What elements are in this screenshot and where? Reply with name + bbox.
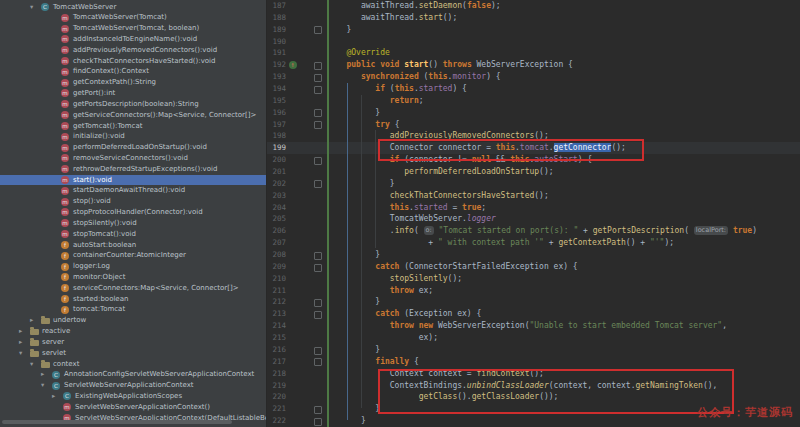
horizontal-scrollbar-thumb[interactable] <box>2 420 232 424</box>
line-number[interactable]: 214 <box>267 320 286 332</box>
structure-item[interactable]: mfindContext():Context <box>0 66 266 77</box>
structure-item[interactable]: mTomcatWebServer(Tomcat) <box>0 12 266 23</box>
line-number[interactable]: 216 <box>267 344 286 356</box>
fold-marker-icon[interactable] <box>314 74 322 82</box>
line-number[interactable]: 205 <box>267 213 286 225</box>
fold-marker-icon[interactable] <box>314 418 322 426</box>
line-number[interactable]: 187 <box>267 0 286 12</box>
structure-item[interactable]: mrethrowDeferredStartupExceptions():void <box>0 164 266 175</box>
line-number[interactable]: 195 <box>267 95 286 107</box>
structure-item[interactable]: maddPreviouslyRemovedConnectors():void <box>0 45 266 56</box>
line-number[interactable]: 203 <box>267 190 286 202</box>
structure-item[interactable]: mcheckThatConnectorsHaveStarted():void <box>0 56 266 67</box>
line-number[interactable]: 196 <box>267 107 286 119</box>
line-number[interactable]: 193 <box>267 71 286 83</box>
chevron-right-icon[interactable]: ▸ <box>52 391 55 402</box>
line-number[interactable]: 217 <box>267 356 286 368</box>
fold-marker-icon[interactable] <box>314 299 322 307</box>
structure-item[interactable]: fstarted:boolean <box>0 294 266 305</box>
fold-marker-icon[interactable] <box>314 358 322 366</box>
structure-item[interactable]: mServletWebServerApplicationContext() <box>0 402 266 413</box>
chevron-right-icon[interactable]: ▸ <box>41 369 44 380</box>
structure-item[interactable]: ▸reactive <box>0 326 266 337</box>
structure-item[interactable]: mstopSilently():void <box>0 218 266 229</box>
structure-item[interactable]: maddInstanceIdToEngineName():void <box>0 34 266 45</box>
line-number[interactable]: 218 <box>267 368 286 380</box>
code-line[interactable]: 190 <box>267 36 800 48</box>
code-line[interactable]: 187 awaitThread.setDaemon(false); <box>267 0 800 12</box>
chevron-right-icon[interactable]: ▸ <box>30 315 33 326</box>
code-line[interactable]: 189 } <box>267 24 800 36</box>
fold-marker-icon[interactable] <box>314 252 322 260</box>
chevron-right-icon[interactable]: ▸ <box>19 326 22 337</box>
line-number[interactable]: 189 <box>267 24 286 36</box>
line-number[interactable]: 197 <box>267 119 286 131</box>
line-number[interactable]: 199 <box>267 142 286 154</box>
structure-item[interactable]: ▸undertow <box>0 315 266 326</box>
code-line[interactable]: 191 @Override <box>267 47 800 59</box>
fold-marker-icon[interactable] <box>314 62 322 70</box>
structure-item[interactable]: fautoStart:boolean <box>0 240 266 251</box>
structure-item[interactable]: mgetPortsDescription(boolean):String <box>0 99 266 110</box>
line-number[interactable]: 202 <box>267 178 286 190</box>
chevron-down-icon[interactable]: ▾ <box>19 348 22 359</box>
line-number[interactable]: 215 <box>267 332 286 344</box>
line-number[interactable]: 220 <box>267 391 286 403</box>
structure-item[interactable]: mgetPort():int <box>0 88 266 99</box>
line-number[interactable]: 191 <box>267 47 286 59</box>
structure-item[interactable]: mgetServiceConnectors():Map<Service, Con… <box>0 110 266 121</box>
line-number[interactable]: 206 <box>267 225 286 237</box>
structure-item[interactable]: mstartDaemonAwaitThread():void <box>0 185 266 196</box>
fold-marker-icon[interactable] <box>314 311 322 319</box>
fold-marker-icon[interactable] <box>314 347 322 355</box>
structure-item[interactable]: ▾context <box>0 359 266 370</box>
structure-item[interactable]: ▾CServletWebServerApplicationContext <box>0 380 266 391</box>
structure-item[interactable]: ▸server <box>0 337 266 348</box>
structure-item[interactable]: ▸CExistingWebApplicationScopes <box>0 391 266 402</box>
line-number[interactable]: 213 <box>267 308 286 320</box>
code-line[interactable]: 192 public void start() throws WebServer… <box>267 59 800 71</box>
line-number[interactable]: 194 <box>267 83 286 95</box>
override-marker-icon[interactable] <box>289 61 297 69</box>
chevron-down-icon[interactable]: ▾ <box>30 359 33 370</box>
line-number[interactable]: 200 <box>267 154 286 166</box>
line-number[interactable]: 210 <box>267 273 286 285</box>
fold-marker-icon[interactable] <box>314 180 322 188</box>
structure-item[interactable]: fmonitor:Object <box>0 272 266 283</box>
structure-item[interactable]: mperformDeferredLoadOnStartup():void <box>0 142 266 153</box>
fold-marker-icon[interactable] <box>314 157 322 165</box>
structure-item[interactable]: mstopTomcat():void <box>0 229 266 240</box>
fold-marker-icon[interactable] <box>314 406 322 414</box>
fold-marker-icon[interactable] <box>314 264 322 272</box>
line-number[interactable]: 219 <box>267 380 286 392</box>
structure-item[interactable]: minitialize():void <box>0 131 266 142</box>
structure-item[interactable]: fcontainerCounter:AtomicInteger <box>0 250 266 261</box>
line-number[interactable]: 188 <box>267 12 286 24</box>
structure-item[interactable]: mremoveServiceConnectors():void <box>0 153 266 164</box>
fold-marker-icon[interactable] <box>314 86 322 94</box>
chevron-down-icon[interactable]: ▾ <box>30 2 33 13</box>
structure-item[interactable]: ftomcat:Tomcat <box>0 304 266 315</box>
fold-marker-icon[interactable] <box>314 121 322 129</box>
structure-item[interactable]: mgetTomcat():Tomcat <box>0 121 266 132</box>
chevron-right-icon[interactable]: ▸ <box>19 337 22 348</box>
structure-item[interactable]: mgetContextPath():String <box>0 77 266 88</box>
structure-item[interactable]: mstopProtocolHandler(Connector):void <box>0 207 266 218</box>
line-number[interactable]: 222 <box>267 415 286 427</box>
line-number[interactable]: 209 <box>267 261 286 273</box>
structure-item[interactable]: ▾CTomcatWebServer <box>0 2 266 13</box>
line-number[interactable]: 192 <box>267 59 286 71</box>
structure-item[interactable]: mstop():void <box>0 196 266 207</box>
line-number[interactable]: 221 <box>267 403 286 415</box>
structure-item[interactable]: ▾servlet <box>0 348 266 359</box>
code-line[interactable]: 188 awaitThread.start(); <box>267 12 800 24</box>
line-number[interactable]: 207 <box>267 237 286 249</box>
code-line[interactable]: 193 synchronized (this.monitor) { <box>267 71 800 83</box>
line-number[interactable]: 198 <box>267 130 286 142</box>
line-number[interactable]: 201 <box>267 166 286 178</box>
code-editor[interactable]: 187 awaitThread.setDaemon(false);188 awa… <box>267 0 800 427</box>
line-number[interactable]: 190 <box>267 36 286 48</box>
line-number[interactable]: 208 <box>267 249 286 261</box>
structure-item[interactable]: mstart():void <box>0 175 266 186</box>
structure-item[interactable]: fserviceConnectors:Map<Service, Connecto… <box>0 283 266 294</box>
